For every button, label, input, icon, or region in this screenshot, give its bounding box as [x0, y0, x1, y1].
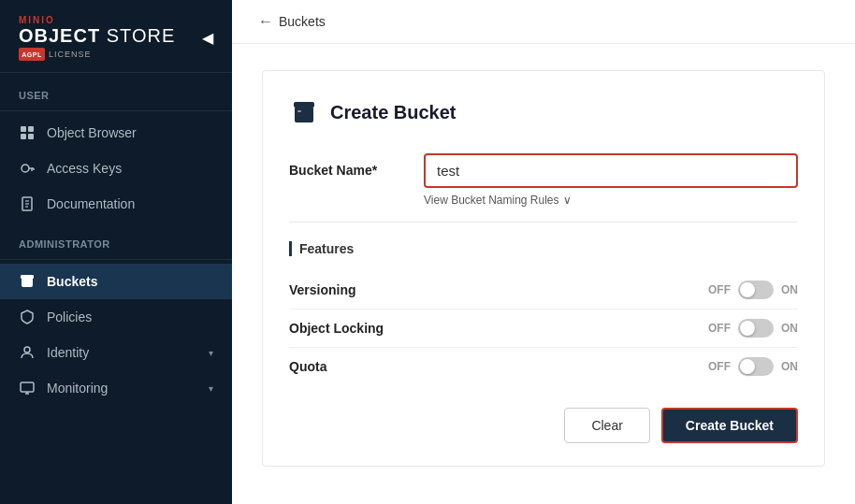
- versioning-toggle-group: OFF ON: [708, 281, 798, 299]
- svg-rect-1: [28, 126, 34, 132]
- action-row: Clear Create Bucket: [289, 408, 798, 443]
- user-icon: [19, 344, 36, 361]
- sidebar-item-buckets[interactable]: Buckets: [0, 264, 232, 299]
- agpl-logo: AGPL: [19, 48, 45, 61]
- sidebar: MINIO OBJECT STORE AGPL LICENSE ◀ User O…: [0, 0, 232, 504]
- buckets-label: Buckets: [47, 274, 97, 289]
- policies-label: Policies: [47, 310, 92, 324]
- bucket-name-input[interactable]: [424, 153, 798, 188]
- monitor-icon: [19, 380, 36, 396]
- bucket-name-row: Bucket Name* View Bucket Naming Rules ∨: [289, 153, 798, 207]
- svg-point-14: [24, 347, 30, 353]
- shield-icon: [19, 309, 36, 325]
- sidebar-item-object-browser[interactable]: Object Browser: [0, 115, 232, 151]
- object-locking-toggle[interactable]: [738, 319, 774, 338]
- minio-label: MINIO: [19, 15, 175, 25]
- breadcrumb: Buckets: [279, 14, 326, 29]
- svg-rect-19: [295, 107, 313, 122]
- access-keys-label: Access Keys: [47, 161, 122, 176]
- sidebar-item-access-keys[interactable]: Access Keys: [0, 151, 232, 186]
- object-locking-toggle-group: OFF ON: [708, 319, 798, 338]
- card-header: Create Bucket: [289, 97, 798, 127]
- quota-toggle[interactable]: [738, 357, 774, 376]
- naming-rules-chevron-icon: ∨: [563, 194, 572, 207]
- identity-chevron-icon: ▾: [209, 348, 213, 358]
- section-divider: [289, 222, 798, 223]
- svg-rect-15: [21, 382, 34, 392]
- quota-toggle-group: OFF ON: [708, 357, 798, 376]
- quota-row: Quota OFF ON: [289, 348, 798, 385]
- doc-icon: [19, 195, 36, 212]
- main-content: ← Buckets Create Bucket Bucket Name*: [232, 0, 855, 504]
- create-bucket-card: Create Bucket Bucket Name* View Bucket N…: [262, 70, 825, 467]
- svg-rect-13: [21, 275, 34, 279]
- back-button[interactable]: ← Buckets: [258, 13, 326, 30]
- page-title: Create Bucket: [330, 102, 456, 123]
- svg-rect-20: [297, 110, 301, 112]
- object-locking-off-label: OFF: [708, 322, 731, 335]
- grid-icon: [19, 124, 36, 141]
- versioning-on-label: ON: [781, 283, 798, 296]
- naming-rules-link[interactable]: View Bucket Naming Rules ∨: [424, 194, 798, 207]
- quota-label: Quota: [289, 359, 708, 374]
- license-text: LICENSE: [49, 50, 92, 59]
- object-browser-label: Object Browser: [47, 125, 137, 140]
- sidebar-item-identity[interactable]: Identity ▾: [0, 335, 232, 370]
- quota-thumb: [740, 359, 755, 374]
- logo-area: MINIO OBJECT STORE AGPL LICENSE: [19, 15, 175, 61]
- clear-button[interactable]: Clear: [564, 408, 649, 443]
- divider-user: [0, 110, 232, 111]
- bucket-name-label: Bucket Name*: [289, 153, 401, 178]
- collapse-button[interactable]: ◀: [202, 29, 213, 47]
- naming-rules-text: View Bucket Naming Rules: [424, 194, 559, 207]
- sidebar-section-user: User: [0, 73, 232, 107]
- monitoring-label: Monitoring: [47, 381, 108, 396]
- features-title: Features: [289, 241, 798, 256]
- content-area: Create Bucket Bucket Name* View Bucket N…: [232, 44, 855, 493]
- divider-admin: [0, 259, 232, 260]
- sidebar-item-monitoring[interactable]: Monitoring ▾: [0, 370, 232, 406]
- top-bar: ← Buckets: [232, 0, 855, 44]
- versioning-thumb: [740, 282, 755, 297]
- sidebar-item-policies[interactable]: Policies: [0, 299, 232, 335]
- bucket-name-input-wrap: View Bucket Naming Rules ∨: [424, 153, 798, 207]
- identity-label: Identity: [47, 345, 89, 360]
- svg-point-4: [22, 165, 29, 172]
- versioning-label: Versioning: [289, 282, 708, 297]
- versioning-row: Versioning OFF ON: [289, 271, 798, 310]
- svg-rect-0: [21, 126, 26, 132]
- versioning-off-label: OFF: [708, 283, 731, 296]
- svg-rect-2: [21, 134, 26, 139]
- sidebar-section-admin: Administrator: [0, 222, 232, 255]
- object-locking-on-label: ON: [781, 322, 798, 335]
- bucket-icon: [19, 273, 36, 290]
- product-name: OBJECT STORE: [19, 25, 175, 46]
- object-locking-thumb: [740, 321, 755, 336]
- back-arrow-icon: ←: [258, 13, 273, 30]
- versioning-toggle[interactable]: [738, 281, 774, 299]
- documentation-label: Documentation: [47, 196, 135, 211]
- sidebar-header: MINIO OBJECT STORE AGPL LICENSE ◀: [0, 0, 232, 73]
- quota-off-label: OFF: [708, 360, 731, 373]
- svg-rect-3: [28, 134, 34, 139]
- sidebar-item-documentation[interactable]: Documentation: [0, 186, 232, 222]
- license-badge: AGPL LICENSE: [19, 48, 175, 61]
- key-icon: [19, 160, 36, 177]
- object-locking-row: Object Locking OFF ON: [289, 310, 798, 348]
- quota-on-label: ON: [781, 360, 798, 373]
- bucket-header-icon: [289, 97, 319, 127]
- object-locking-label: Object Locking: [289, 321, 708, 336]
- create-bucket-button[interactable]: Create Bucket: [661, 408, 798, 443]
- monitoring-chevron-icon: ▾: [209, 383, 213, 394]
